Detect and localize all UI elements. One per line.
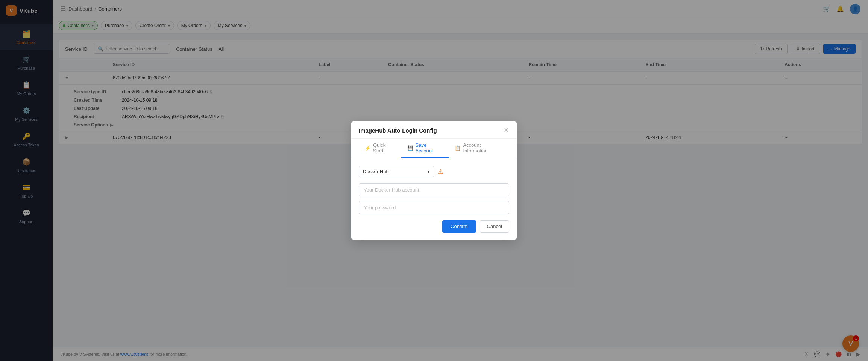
registry-chevron-icon: ▾ [427, 169, 430, 174]
modal-tab-save-account[interactable]: 💾 Save Account [401, 139, 449, 158]
modal-header: ImageHub Auto-Login Config ✕ [351, 121, 517, 139]
modal-body: Docker Hub ▾ ⚠ Confirm Cancel [351, 158, 517, 240]
registry-select[interactable]: Docker Hub ▾ [359, 166, 434, 177]
registry-select-row: Docker Hub ▾ ⚠ [359, 166, 509, 177]
modal-footer: Confirm Cancel [359, 219, 509, 233]
modal-close-icon[interactable]: ✕ [504, 127, 509, 134]
modal-tabs: ⚡ Quick Start 💾 Save Account 📋 Account I… [351, 139, 517, 158]
quick-start-icon: ⚡ [365, 145, 371, 151]
confirm-button[interactable]: Confirm [442, 220, 476, 233]
account-info-icon: 📋 [455, 145, 461, 151]
modal-title: ImageHub Auto-Login Config [359, 127, 437, 134]
modal-overlay[interactable]: ImageHub Auto-Login Config ✕ ⚡ Quick Sta… [0, 0, 868, 361]
modal-tab-quick-start[interactable]: ⚡ Quick Start [359, 139, 401, 158]
warning-icon: ⚠ [438, 168, 443, 175]
password-input[interactable] [359, 201, 509, 214]
modal-tab-account-information[interactable]: 📋 Account Information [449, 139, 509, 158]
modal: ImageHub Auto-Login Config ✕ ⚡ Quick Sta… [351, 121, 517, 240]
cancel-button[interactable]: Cancel [480, 220, 509, 233]
account-input[interactable] [359, 183, 509, 196]
save-account-icon: 💾 [407, 145, 413, 151]
